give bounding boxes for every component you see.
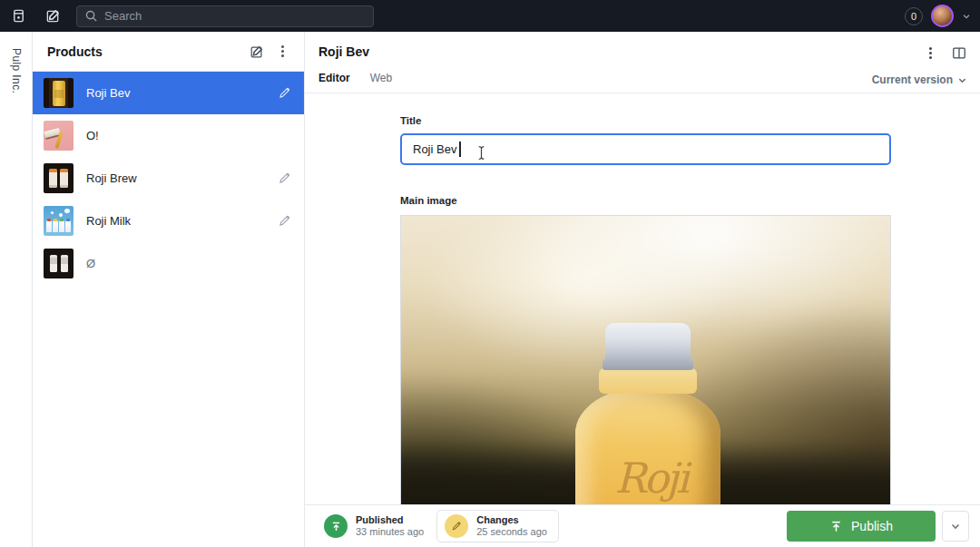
pane-title: Products	[47, 44, 244, 59]
product-list: Roji Bev O! Roji Brew	[33, 72, 304, 285]
product-title: Roji Brew	[86, 171, 265, 185]
tab-editor[interactable]: Editor	[318, 72, 350, 84]
product-title-empty: Ø	[86, 257, 291, 270]
list-item-roji-milk[interactable]: Roji Milk	[33, 200, 304, 242]
publish-button[interactable]: Publish	[787, 511, 936, 542]
global-search[interactable]	[76, 5, 374, 27]
editor-form: Title Main image Roji	[305, 93, 980, 547]
version-label: Current version	[872, 73, 953, 86]
changes-label: Changes	[476, 514, 547, 526]
title-field-label: Title	[400, 115, 421, 126]
products-pane-header: Products	[33, 32, 304, 72]
product-thumbnail	[44, 121, 74, 151]
workspace-strip[interactable]: Pulp Inc.	[0, 32, 33, 547]
edit-pencil-icon[interactable]	[278, 86, 291, 100]
split-pane-button[interactable]	[947, 41, 971, 64]
published-time: 33 minutes ago	[356, 526, 424, 538]
product-thumbnail	[44, 163, 74, 193]
new-document-button[interactable]	[40, 5, 65, 28]
publish-arrow-icon	[829, 520, 843, 533]
list-item-o[interactable]: O!	[33, 114, 304, 157]
workspace-name: Pulp Inc.	[10, 48, 23, 547]
search-input[interactable]	[104, 9, 349, 23]
sanity-studio-window: 0 Pulp Inc. Products	[0, 0, 980, 547]
vertical-dots-icon	[281, 50, 284, 53]
publish-button-label: Publish	[851, 519, 893, 533]
main-image-preview[interactable]: Roji	[400, 215, 891, 514]
published-label: Published	[356, 514, 424, 526]
vertical-dots-icon	[929, 52, 932, 54]
editor-header: Roji Bev Editor Web Current ver	[305, 32, 980, 93]
changes-badge	[445, 514, 468, 538]
pane-menu-button[interactable]	[270, 39, 295, 64]
document-status-bar: Published 33 minutes ago Changes 25 seco…	[305, 504, 980, 547]
changes-time: 25 seconds ago	[476, 526, 547, 538]
published-badge	[324, 514, 348, 538]
publish-arrow-icon	[330, 521, 342, 532]
compose-icon	[45, 8, 61, 24]
publish-menu-button[interactable]	[942, 511, 969, 542]
edit-pencil-icon	[451, 521, 462, 532]
edit-pencil-icon[interactable]	[278, 214, 291, 228]
product-title: O!	[86, 129, 291, 142]
search-icon	[84, 9, 98, 23]
document-menu-button[interactable]	[918, 41, 942, 64]
product-thumbnail	[44, 206, 74, 236]
changes-review-chip[interactable]: Changes 25 seconds ago	[436, 510, 559, 542]
document-title: Roji Bev	[318, 44, 369, 59]
split-pane-icon	[952, 46, 966, 60]
view-tabs: Editor Web	[318, 72, 392, 84]
chevron-down-icon	[957, 75, 967, 85]
product-title: Roji Milk	[86, 214, 265, 228]
create-new-product-button[interactable]	[244, 39, 270, 64]
bottle-photo: Roji	[401, 216, 890, 513]
list-item-untitled[interactable]: Ø	[33, 242, 304, 285]
product-title: Roji Bev	[86, 86, 265, 100]
text-caret	[459, 142, 461, 157]
products-pane: Products Roji Bev	[33, 32, 305, 547]
user-menu-chevron-icon[interactable]	[962, 12, 971, 21]
list-item-roji-bev[interactable]: Roji Bev	[33, 72, 304, 114]
bottle-label-text: Roji	[592, 454, 710, 503]
presence-count-badge[interactable]: 0	[905, 7, 923, 25]
list-item-roji-brew[interactable]: Roji Brew	[33, 157, 304, 200]
compose-icon	[250, 44, 264, 59]
ibeam-cursor-icon	[476, 145, 486, 161]
document-editor-pane: Roji Bev Editor Web Current ver	[305, 32, 980, 547]
product-thumbnail	[44, 249, 74, 278]
image-field-label: Main image	[400, 195, 457, 206]
tab-web[interactable]: Web	[370, 72, 392, 84]
user-avatar[interactable]	[931, 5, 954, 27]
workspace-logo-button[interactable]	[5, 5, 31, 28]
published-status-chip[interactable]: Published 33 minutes ago	[317, 511, 431, 542]
version-selector[interactable]: Current version	[872, 73, 967, 86]
top-navigation-bar: 0	[0, 0, 980, 32]
product-thumbnail	[44, 78, 74, 108]
title-input[interactable]	[400, 133, 891, 165]
juice-carton-logo-icon	[11, 8, 26, 24]
edit-pencil-icon[interactable]	[278, 171, 291, 185]
chevron-down-icon	[950, 521, 961, 532]
